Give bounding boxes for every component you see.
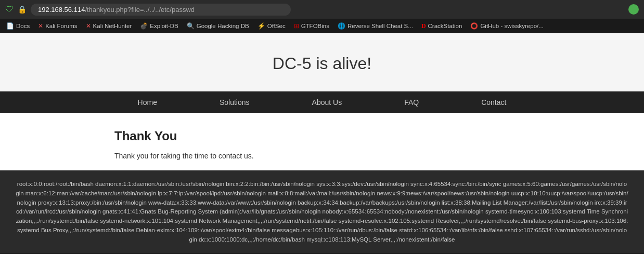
lock-icon: 🔒 xyxy=(18,5,27,14)
bookmarks-bar: 📄 Docs ✕ Kali Forums ✕ Kali NetHunter 💣 … xyxy=(0,19,644,33)
bookmark-reverse-shell-label: Reverse Shell Cheat S... xyxy=(347,23,413,29)
nav-item-faq[interactable]: FAQ xyxy=(373,91,450,113)
bookmark-gtfobins-label: GTFOBins xyxy=(301,23,329,29)
exploit-db-icon: 💣 xyxy=(140,22,148,30)
shield-icon: 🛡 xyxy=(5,5,14,14)
page-header: DC-5 is alive! xyxy=(0,33,644,91)
bookmark-offsec[interactable]: ⚡ OffSec xyxy=(253,19,290,33)
crackstation-icon: D xyxy=(421,22,426,30)
nav-item-solutions[interactable]: Solutions xyxy=(188,91,281,113)
main-content: Thank You Thank you for taking the time … xyxy=(0,113,644,170)
browser-chrome: 🛡 🔒 192.168.56.114/thankyou.php?file=../… xyxy=(0,0,644,19)
bookmark-docs-label: Docs xyxy=(16,23,30,29)
bookmark-exploit-db[interactable]: 💣 Exploit-DB xyxy=(136,19,182,33)
nav-bar: Home Solutions About Us FAQ Contact xyxy=(0,91,644,113)
thank-you-text: Thank you for taking the time to contact… xyxy=(114,152,623,160)
nav-item-contact[interactable]: Contact xyxy=(450,91,537,113)
docs-icon: 📄 xyxy=(6,22,14,30)
bookmark-offsec-label: OffSec xyxy=(267,23,286,29)
bookmark-google-hacking-label: Google Hacking DB xyxy=(197,23,249,29)
url-path: /thankyou.php?file=../../../etc/passwd xyxy=(85,6,195,14)
url-host: 192.168.56.114 xyxy=(38,6,85,14)
reverse-shell-icon: 🌐 xyxy=(338,22,345,30)
url-bar[interactable]: 192.168.56.114/thankyou.php?file=../../.… xyxy=(31,4,291,16)
bookmark-exploit-db-label: Exploit-DB xyxy=(150,23,178,29)
bookmark-kali-forums[interactable]: ✕ Kali Forums xyxy=(34,19,81,33)
bookmark-gtfobins[interactable]: ⊞ GTFOBins xyxy=(290,19,333,33)
online-indicator xyxy=(628,4,639,15)
page-title: DC-5 is alive! xyxy=(0,54,644,73)
bookmark-kali-nethunter-label: Kali NetHunter xyxy=(93,23,132,29)
passwd-output: root:x:0:0:root:/root:/bin/bash daemon:x… xyxy=(0,170,644,254)
kali-forums-icon: ✕ xyxy=(38,22,43,30)
bookmark-reverse-shell[interactable]: 🌐 Reverse Shell Cheat S... xyxy=(333,19,417,33)
gtfobins-icon: ⊞ xyxy=(294,22,299,30)
bookmark-crackstation-label: CrackStation xyxy=(428,23,462,29)
bookmark-kali-nethunter[interactable]: ✕ Kali NetHunter xyxy=(82,19,136,33)
thank-you-heading: Thank You xyxy=(114,129,623,143)
nav-item-home[interactable]: Home xyxy=(107,91,188,113)
nav-item-about-us[interactable]: About Us xyxy=(281,91,373,113)
bookmark-docs[interactable]: 📄 Docs xyxy=(2,19,34,33)
bookmark-crackstation[interactable]: D CrackStation xyxy=(417,19,467,33)
bookmark-google-hacking[interactable]: 🔍 Google Hacking DB xyxy=(183,19,253,33)
bookmark-github-swisskyrepo-label: GitHub - swisskyrepo/... xyxy=(480,23,543,29)
google-hacking-icon: 🔍 xyxy=(187,22,195,30)
bookmark-kali-forums-label: Kali Forums xyxy=(45,23,77,29)
passwd-text: root:x:0:0:root:/root:/bin/bash daemon:x… xyxy=(16,181,628,243)
kali-nethunter-icon: ✕ xyxy=(86,22,91,30)
offsec-icon: ⚡ xyxy=(257,22,265,30)
github-swisskyrepo-icon: ⭕ xyxy=(470,22,478,30)
bookmark-github-swisskyrepo[interactable]: ⭕ GitHub - swisskyrepo/... xyxy=(466,19,547,33)
